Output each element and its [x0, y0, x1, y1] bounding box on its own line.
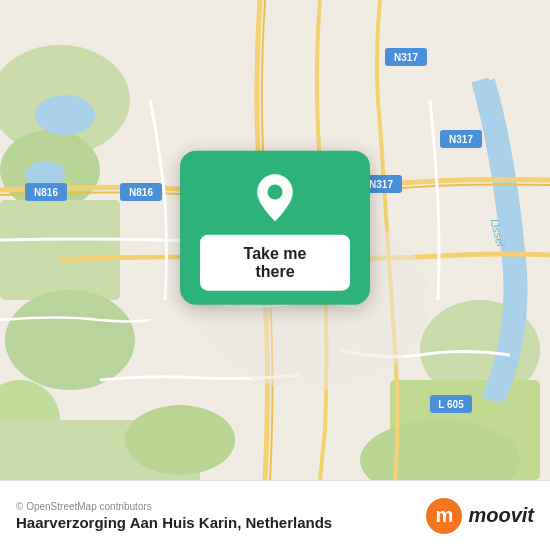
moovit-wordmark: moovit	[468, 504, 534, 527]
svg-point-4	[5, 290, 135, 390]
svg-point-11	[35, 95, 95, 135]
svg-text:N317: N317	[449, 134, 473, 145]
svg-rect-3	[0, 200, 120, 300]
moovit-logo: m moovit	[426, 498, 534, 534]
svg-text:L 605: L 605	[438, 399, 464, 410]
svg-text:N816: N816	[129, 187, 153, 198]
moovit-icon: m	[426, 498, 462, 534]
svg-text:N816: N816	[34, 187, 58, 198]
footer-left: © OpenStreetMap contributors Haarverzorg…	[16, 501, 332, 531]
osm-credit: © OpenStreetMap contributors	[16, 501, 332, 512]
take-me-there-button[interactable]: Take me there	[200, 235, 350, 291]
footer-bar: © OpenStreetMap contributors Haarverzorg…	[0, 480, 550, 550]
svg-point-10	[125, 405, 235, 475]
app-container: N317 N317 N317 N816 N816 N817 L 605 IJss…	[0, 0, 550, 550]
location-pin-icon	[249, 173, 301, 225]
overlay-card: Take me there	[180, 151, 370, 305]
svg-text:N317: N317	[369, 179, 393, 190]
svg-point-36	[267, 184, 282, 199]
map-area: N317 N317 N317 N816 N816 N817 L 605 IJss…	[0, 0, 550, 480]
svg-text:N317: N317	[394, 52, 418, 63]
location-name: Haarverzorging Aan Huis Karin, Netherlan…	[16, 514, 332, 531]
